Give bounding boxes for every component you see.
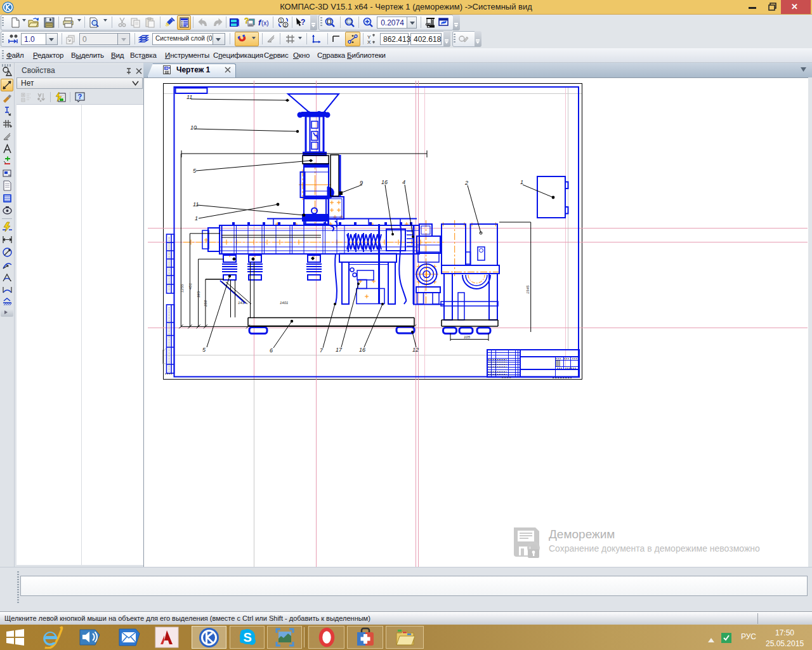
svg-text:9: 9 <box>360 180 363 186</box>
svg-text:1: 1 <box>280 18 282 23</box>
svg-text:X: X <box>367 39 371 44</box>
svg-text:?: ? <box>78 93 82 100</box>
svg-text:395: 395 <box>197 291 200 298</box>
svg-text:(x): (x) <box>261 20 269 27</box>
svg-text:?: ? <box>244 17 249 25</box>
svg-text:16: 16 <box>359 347 365 353</box>
svg-text:1255: 1255 <box>180 284 184 293</box>
svg-text:17: 17 <box>336 347 343 353</box>
svg-text:1: 1 <box>520 179 523 185</box>
svg-text:11: 11 <box>193 201 199 208</box>
svg-text:1545: 1545 <box>526 285 530 294</box>
svg-text:258: 258 <box>204 300 207 307</box>
svg-text:11: 11 <box>187 94 192 100</box>
svg-text:6: 6 <box>270 347 273 354</box>
svg-text:4: 4 <box>402 179 405 185</box>
svg-text:1401: 1401 <box>280 301 288 305</box>
svg-text:2: 2 <box>464 180 468 186</box>
svg-text:?: ? <box>301 18 305 27</box>
svg-text:S: S <box>244 630 252 644</box>
svg-text:10: 10 <box>190 124 197 131</box>
svg-text:16: 16 <box>381 179 388 185</box>
svg-text:1: 1 <box>195 215 198 222</box>
svg-text:105: 105 <box>464 335 471 339</box>
svg-text:141: 141 <box>238 301 244 305</box>
svg-text:451: 451 <box>188 283 192 289</box>
svg-text:2: 2 <box>284 23 287 27</box>
svg-text:12: 12 <box>412 347 419 353</box>
